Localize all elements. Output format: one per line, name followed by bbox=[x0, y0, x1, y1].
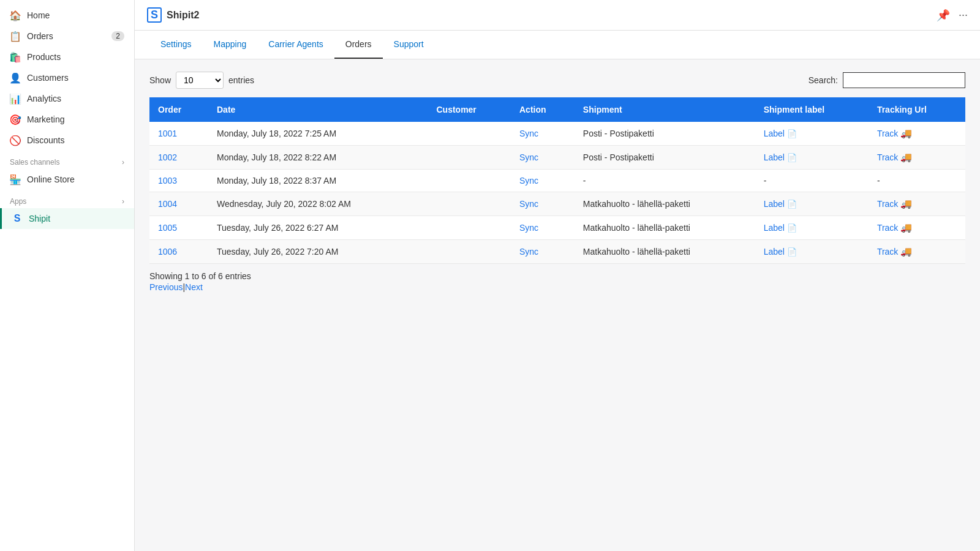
more-icon[interactable]: ··· bbox=[959, 9, 968, 21]
order-action-1005[interactable]: Sync bbox=[519, 223, 538, 233]
marketing-icon: 🎯 bbox=[10, 114, 21, 125]
pagination-info: Showing 1 to 6 of 6 entries bbox=[149, 271, 965, 281]
sidebar-label-shipit: Shipit bbox=[29, 214, 50, 223]
col-header-shipment_label: Shipment label bbox=[755, 97, 869, 122]
sidebar-item-products[interactable]: 🛍️Products bbox=[0, 47, 134, 67]
discounts-icon: 🚫 bbox=[10, 135, 21, 146]
order-action-1003[interactable]: Sync bbox=[519, 176, 538, 186]
apps-chevron: › bbox=[122, 197, 124, 206]
truck-icon: 🚚 bbox=[900, 198, 912, 209]
sidebar-nav: 🏠Home📋Orders2🛍️Products👤Customers📊Analyt… bbox=[0, 5, 134, 151]
topbar-brand: S Shipit2 bbox=[147, 7, 199, 23]
shipit-icon: S bbox=[12, 213, 23, 224]
order-action-1004[interactable]: Sync bbox=[519, 199, 538, 209]
orders-icon: 📋 bbox=[10, 31, 21, 42]
pagination-showing: Showing 1 to 6 of 6 entries bbox=[149, 271, 251, 281]
tab-settings[interactable]: Settings bbox=[149, 31, 203, 59]
table-header: OrderDateCustomerActionShipmentShipment … bbox=[149, 97, 965, 122]
sidebar-item-marketing[interactable]: 🎯Marketing bbox=[0, 109, 134, 130]
order-link-1004[interactable]: 1004 bbox=[158, 199, 177, 209]
table-body: 1001Monday, July 18, 2022 7:25 AMSyncPos… bbox=[149, 122, 965, 264]
order-link-1001[interactable]: 1001 bbox=[158, 129, 177, 138]
sidebar-label-marketing: Marketing bbox=[27, 114, 64, 124]
shipment-label-1002[interactable]: Label 📄 bbox=[764, 152, 797, 162]
shipment-label-1001[interactable]: Label 📄 bbox=[764, 129, 797, 138]
tracking-url-1006[interactable]: Track 🚚 bbox=[877, 246, 912, 257]
table-controls: Show 102550100 entries Search: bbox=[149, 59, 965, 97]
tab-orders[interactable]: Orders bbox=[334, 31, 383, 59]
table-row: 1005Tuesday, July 26, 2022 6:27 AMSyncMa… bbox=[149, 216, 965, 240]
sidebar-item-discounts[interactable]: 🚫Discounts bbox=[0, 130, 134, 151]
shipment-label-1006[interactable]: Label 📄 bbox=[764, 247, 797, 257]
order-customer-1005 bbox=[428, 216, 511, 240]
search-input[interactable] bbox=[843, 72, 965, 88]
tracking-url-1001[interactable]: Track 🚚 bbox=[877, 128, 912, 139]
table-row: 1003Monday, July 18, 2022 8:37 AMSync--- bbox=[149, 170, 965, 192]
pin-icon[interactable]: 📌 bbox=[937, 9, 950, 22]
orders-badge: 2 bbox=[111, 31, 124, 41]
sidebar-item-analytics[interactable]: 📊Analytics bbox=[0, 88, 134, 109]
sidebar-item-online-store[interactable]: 🏪Online Store bbox=[0, 169, 134, 190]
show-label: Show bbox=[149, 75, 171, 85]
order-action-1006[interactable]: Sync bbox=[519, 247, 538, 257]
order-date-1004: Wednesday, July 20, 2022 8:02 AM bbox=[208, 192, 428, 216]
search-label: Search: bbox=[809, 75, 838, 85]
truck-icon: 🚚 bbox=[900, 152, 912, 163]
shipment-label-1004[interactable]: Label 📄 bbox=[764, 199, 797, 209]
sidebar-item-home[interactable]: 🏠Home bbox=[0, 5, 134, 26]
sales-channels-chevron: › bbox=[122, 158, 124, 167]
order-action-1002[interactable]: Sync bbox=[519, 152, 538, 162]
tab-carrier-agents[interactable]: Carrier Agents bbox=[257, 31, 334, 59]
order-date-1001: Monday, July 18, 2022 7:25 AM bbox=[208, 122, 428, 146]
brand-name: Shipit2 bbox=[167, 10, 199, 21]
entries-select[interactable]: 102550100 bbox=[176, 72, 224, 89]
col-header-customer: Customer bbox=[428, 97, 511, 122]
order-shipment-1003: - bbox=[575, 170, 755, 192]
online-store-icon: 🏪 bbox=[10, 174, 21, 185]
order-date-1005: Tuesday, July 26, 2022 6:27 AM bbox=[208, 216, 428, 240]
sales-channels-label: Sales channels bbox=[10, 158, 59, 167]
entries-label: entries bbox=[228, 75, 254, 85]
tab-mapping[interactable]: Mapping bbox=[203, 31, 258, 59]
tab-support[interactable]: Support bbox=[383, 31, 435, 59]
sidebar-label-discounts: Discounts bbox=[27, 135, 64, 145]
apps-section: Apps › bbox=[0, 190, 134, 208]
sidebar-label-products: Products bbox=[27, 52, 61, 62]
table-row: 1006Tuesday, July 26, 2022 7:20 AMSyncMa… bbox=[149, 240, 965, 264]
table-row: 1004Wednesday, July 20, 2022 8:02 AMSync… bbox=[149, 192, 965, 216]
sidebar-label-orders: Orders bbox=[27, 31, 53, 41]
table-row: 1001Monday, July 18, 2022 7:25 AMSyncPos… bbox=[149, 122, 965, 146]
order-customer-1006 bbox=[428, 240, 511, 264]
truck-icon: 🚚 bbox=[900, 246, 912, 257]
tracking-url-1004[interactable]: Track 🚚 bbox=[877, 198, 912, 209]
shipment-label-1003: - bbox=[755, 170, 869, 192]
order-customer-1003 bbox=[428, 170, 511, 192]
sidebar-label-customers: Customers bbox=[27, 73, 69, 83]
order-link-1003[interactable]: 1003 bbox=[158, 176, 177, 186]
analytics-icon: 📊 bbox=[10, 93, 21, 104]
order-link-1002[interactable]: 1002 bbox=[158, 152, 177, 162]
order-action-1001[interactable]: Sync bbox=[519, 129, 538, 138]
sidebar-item-orders[interactable]: 📋Orders2 bbox=[0, 26, 134, 47]
col-header-shipment: Shipment bbox=[575, 97, 755, 122]
shipment-label-1005[interactable]: Label 📄 bbox=[764, 223, 797, 233]
order-shipment-1001: Posti - Postipaketti bbox=[575, 122, 755, 146]
col-header-date: Date bbox=[208, 97, 428, 122]
sidebar-item-shipit[interactable]: SShipit bbox=[0, 208, 134, 229]
sidebar-item-customers[interactable]: 👤Customers bbox=[0, 67, 134, 88]
order-link-1006[interactable]: 1006 bbox=[158, 247, 177, 257]
products-icon: 🛍️ bbox=[10, 51, 21, 62]
previous-page-link[interactable]: Previous bbox=[149, 282, 183, 292]
label-doc-icon: 📄 bbox=[787, 200, 797, 209]
next-page-link[interactable]: Next bbox=[185, 282, 203, 292]
search-box: Search: bbox=[809, 72, 965, 88]
tracking-url-1005[interactable]: Track 🚚 bbox=[877, 222, 912, 233]
order-customer-1004 bbox=[428, 192, 511, 216]
order-link-1005[interactable]: 1005 bbox=[158, 223, 177, 233]
tracking-url-1002[interactable]: Track 🚚 bbox=[877, 152, 912, 163]
label-doc-icon: 📄 bbox=[787, 153, 797, 162]
customers-icon: 👤 bbox=[10, 72, 21, 83]
tracking-url-1003: - bbox=[869, 170, 965, 192]
table-header-row: OrderDateCustomerActionShipmentShipment … bbox=[149, 97, 965, 122]
col-header-action: Action bbox=[511, 97, 575, 122]
